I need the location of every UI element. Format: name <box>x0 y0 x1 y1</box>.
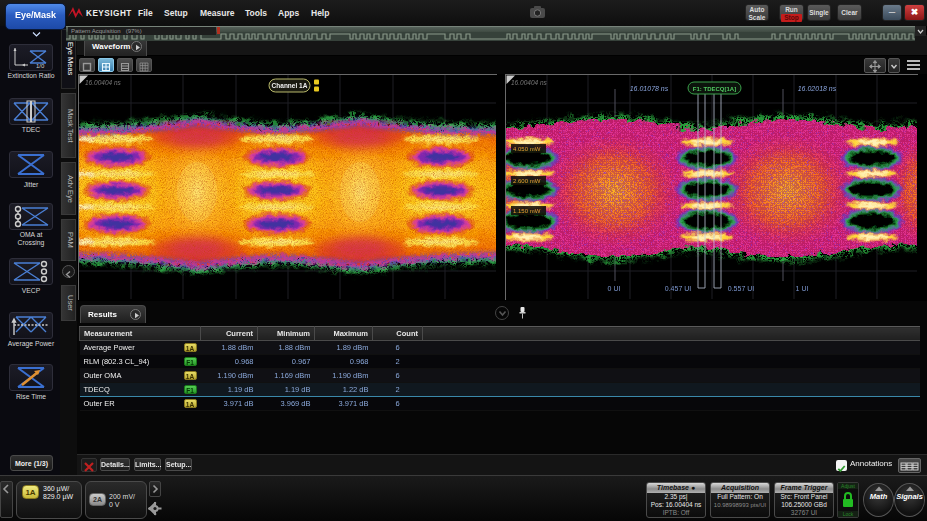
svg-text:0.457 UI: 0.457 UI <box>665 285 692 292</box>
svg-text:0.557 UI: 0.557 UI <box>728 285 755 292</box>
svg-text:4.050 mW: 4.050 mW <box>513 146 541 152</box>
svg-text:16.00404 ns: 16.00404 ns <box>511 79 548 86</box>
svg-text:1.150 mW: 1.150 mW <box>513 208 541 214</box>
svg-text:16.00404 ns: 16.00404 ns <box>85 79 122 86</box>
svg-text:1/0: 1/0 <box>36 63 45 69</box>
svg-text:16.02018 ns: 16.02018 ns <box>798 85 837 92</box>
svg-text:F1: TDECQ[1A]: F1: TDECQ[1A] <box>693 86 736 92</box>
svg-text:KEYSIGHT: KEYSIGHT <box>86 9 132 18</box>
svg-text:0 UI: 0 UI <box>608 285 621 292</box>
svg-text:2.600 mW: 2.600 mW <box>513 178 541 184</box>
svg-text:Channel 1A: Channel 1A <box>272 82 308 89</box>
svg-text:1 UI: 1 UI <box>796 285 809 292</box>
svg-text:16.01078 ns: 16.01078 ns <box>630 85 669 92</box>
